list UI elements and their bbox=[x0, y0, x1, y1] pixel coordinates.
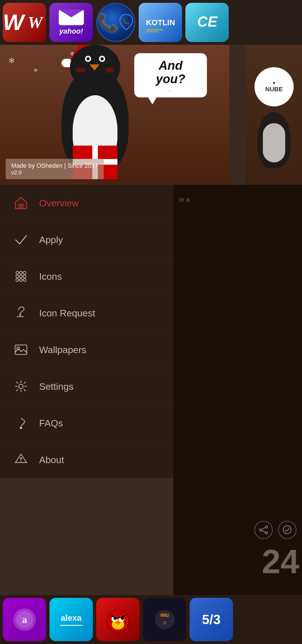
svg-text:CE: CE bbox=[197, 13, 218, 30]
svg-point-14 bbox=[16, 271, 19, 274]
made-by-text: Made by OSheden | Since 2017 v2.0 bbox=[6, 159, 104, 179]
svg-point-20 bbox=[16, 279, 19, 281]
sidebar-item-overview[interactable]: Overview bbox=[0, 185, 173, 221]
svg-point-27 bbox=[19, 384, 23, 389]
yahoo-mail-app-icon[interactable]: yahoo! bbox=[49, 3, 93, 42]
kotlin-app-icon[interactable]: KOTLIN bbox=[139, 3, 182, 42]
svg-point-28 bbox=[20, 427, 22, 429]
sidebar-item-wallpapers[interactable]: Wallpapers bbox=[0, 332, 173, 368]
sidebar-item-icons[interactable]: Icons bbox=[0, 258, 173, 295]
sidebar-menu: Overview Apply Icons bbox=[0, 185, 173, 478]
svg-point-7 bbox=[259, 529, 262, 531]
svg-point-19 bbox=[23, 275, 26, 278]
svg-line-10 bbox=[262, 531, 265, 532]
penguin-left-eye bbox=[85, 56, 91, 62]
right-penguin-belly bbox=[263, 123, 285, 162]
nube-bubble: ♥ NUBE bbox=[254, 67, 294, 106]
overview-label: Overview bbox=[39, 198, 79, 209]
apply-label: Apply bbox=[39, 234, 63, 245]
number-display: 24 bbox=[262, 545, 299, 578]
53-bank-app-icon[interactable]: 5/3 bbox=[190, 598, 233, 641]
svg-point-24 bbox=[20, 314, 21, 316]
svg-point-18 bbox=[20, 275, 22, 278]
svg-text:📞: 📞 bbox=[122, 18, 130, 25]
airmail-app-icon[interactable]: a bbox=[3, 598, 46, 641]
penguin-eyes bbox=[81, 53, 109, 64]
sidebar-item-icon-request[interactable]: Icon Request bbox=[0, 295, 173, 332]
verified-check-icon[interactable] bbox=[278, 521, 296, 539]
svg-point-16 bbox=[23, 271, 26, 274]
share-icon[interactable] bbox=[254, 521, 273, 539]
snowflake-2: ❄ bbox=[34, 67, 38, 73]
svg-rect-3 bbox=[147, 29, 163, 30]
right-penguin bbox=[257, 112, 291, 168]
gear-icon bbox=[11, 377, 31, 396]
svg-point-17 bbox=[16, 275, 19, 278]
right-illustration-panel: ♥ NUBE bbox=[246, 45, 302, 190]
grid-icon bbox=[11, 267, 31, 286]
top-app-icons-row: W yahoo! 📞 KOTLIN CE bbox=[0, 0, 302, 45]
svg-point-11 bbox=[283, 526, 291, 534]
phone-guardian-app-icon[interactable]: 📞 bbox=[96, 3, 135, 42]
sidebar-item-apply[interactable]: Apply bbox=[0, 221, 173, 258]
icons-label: Icons bbox=[39, 271, 62, 282]
svg-point-15 bbox=[20, 271, 22, 274]
bottom-app-icons-row: a alexa bbox=[0, 595, 302, 644]
sidebar-item-about[interactable]: About bbox=[0, 442, 173, 478]
faqs-label: FAQs bbox=[39, 418, 63, 429]
svg-text:KOTLIN: KOTLIN bbox=[146, 18, 175, 27]
info-icon bbox=[11, 450, 31, 470]
home-icon bbox=[11, 193, 31, 213]
alexa-app-icon[interactable]: alexa bbox=[49, 598, 93, 641]
about-label: About bbox=[39, 454, 64, 465]
speech-bubble: And you? ... bbox=[134, 53, 207, 97]
snowflake-1: ❄ bbox=[8, 56, 15, 65]
weather-underground-app-icon[interactable]: wu ⚙ bbox=[143, 598, 186, 641]
image-icon bbox=[11, 340, 31, 360]
svg-text:W: W bbox=[28, 13, 44, 32]
penguin-beak bbox=[89, 64, 100, 71]
settings-label: Settings bbox=[39, 381, 74, 392]
svg-point-29 bbox=[20, 458, 22, 459]
cheek-right bbox=[105, 67, 115, 73]
svg-point-6 bbox=[265, 526, 268, 528]
svg-text:⚙: ⚙ bbox=[163, 620, 167, 625]
sidebar-item-settings[interactable]: Settings bbox=[0, 368, 173, 405]
svg-line-9 bbox=[262, 528, 265, 529]
check-icon bbox=[11, 230, 31, 249]
ce-app-icon[interactable]: CE bbox=[185, 3, 229, 42]
question-mark-icon bbox=[11, 303, 31, 323]
svg-point-21 bbox=[20, 279, 22, 281]
icon-request-label: Icon Request bbox=[39, 308, 95, 319]
svg-point-8 bbox=[265, 532, 268, 534]
nube-text: NUBE bbox=[265, 86, 283, 93]
svg-text:a: a bbox=[22, 614, 27, 625]
heart-icon: ♥ bbox=[273, 81, 275, 86]
right-area-text: or a bbox=[173, 185, 302, 214]
penguin-head bbox=[70, 45, 120, 90]
svg-text:wu: wu bbox=[160, 611, 169, 618]
wallpapers-label: Wallpapers bbox=[39, 344, 86, 355]
penguin-body bbox=[62, 67, 129, 174]
cheek-left bbox=[76, 67, 85, 73]
faq-icon bbox=[11, 413, 31, 433]
penguin-right-eye bbox=[99, 56, 105, 62]
angry-birds-app-icon[interactable] bbox=[96, 598, 140, 641]
sidebar-item-faqs[interactable]: FAQs bbox=[0, 405, 173, 442]
svg-rect-25 bbox=[15, 345, 27, 354]
walp-app-icon[interactable]: W bbox=[3, 3, 46, 42]
svg-point-22 bbox=[23, 279, 26, 281]
svg-rect-4 bbox=[147, 31, 158, 32]
right-content-area: or a 24 bbox=[173, 185, 302, 595]
main-illustration: ❄ ❄ ❄ ❄ ❄ ❄ And you? ... ❄ bbox=[0, 45, 229, 185]
action-icons-row bbox=[254, 521, 296, 539]
